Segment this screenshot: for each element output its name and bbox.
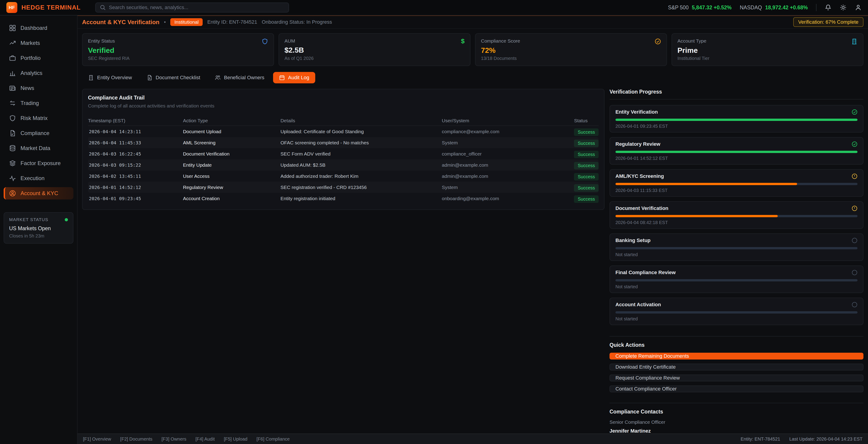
request-compliance-review-button[interactable]: Request Compliance Review [610, 375, 863, 381]
cell-details: SEC registration verified - CRD #123456 [280, 185, 442, 190]
ticker-nasdaq: NASDAQ 18,972.42 +0.68% [740, 5, 808, 11]
cell-user: System [442, 185, 574, 190]
status-badge: Success [574, 173, 598, 180]
stat-value: 72% [481, 47, 661, 54]
progress-timestamp: 2026-04-01 09:23:45 EST [615, 124, 858, 129]
page-header: Account & KYC Verification • Institution… [78, 16, 868, 29]
fkey-owners[interactable]: [F3] Owners [162, 437, 186, 442]
app-logo: HF [6, 2, 17, 13]
sidebar-item-risk-matrix[interactable]: Risk Matrix [4, 112, 73, 124]
cell-action: Document Verification [183, 151, 281, 157]
sidebar-item-account-kyc[interactable]: Account & KYC [4, 187, 73, 200]
sidebar-item-label: Market Data [21, 145, 51, 151]
sidebar-item-factor-exposure[interactable]: Factor Exposure [4, 157, 73, 169]
sidebar-item-label: Analytics [21, 70, 42, 76]
entity-id-text: Entity ID: ENT-784521 [207, 19, 257, 25]
compliance-doc-icon [9, 130, 16, 137]
tab-label: Beneficial Owners [224, 75, 264, 80]
tab-audit-log[interactable]: Audit Log [273, 72, 315, 83]
fkey-overview[interactable]: [F1] Overview [83, 437, 111, 442]
risk-shield-icon [9, 115, 16, 122]
status-badge: Success [574, 195, 598, 203]
progress-timestamp: 2026-04-04 08:42:18 EST [615, 220, 858, 225]
cell-timestamp: 2026-04-03 09:15:22 [88, 162, 183, 168]
sidebar-item-execution[interactable]: Execution [4, 172, 73, 184]
stat-entity-status: Entity Status Verified SEC Registered RI… [82, 33, 274, 66]
sidebar-item-compliance[interactable]: Compliance [4, 127, 73, 139]
global-search[interactable] [95, 2, 289, 12]
tab-document-checklist[interactable]: Document Checklist [141, 72, 206, 83]
sidebar-item-portfolio[interactable]: Portfolio [4, 52, 73, 64]
cell-user: System [442, 140, 574, 145]
sidebar-item-label: News [21, 85, 34, 91]
tab-bar: Entity Overview Document Checklist Benef… [82, 72, 863, 83]
quick-actions-title: Quick Actions [610, 342, 863, 348]
cell-details: OFAC screening completed - No matches [280, 140, 442, 145]
cell-details: Updated AUM: $2.5B [280, 162, 442, 168]
progress-name: Entity Verification [615, 109, 658, 115]
sidebar-item-news[interactable]: News [4, 82, 73, 94]
tab-beneficial-owners[interactable]: Beneficial Owners [209, 72, 270, 83]
cell-timestamp: 2026-04-04 11:45:33 [88, 140, 183, 145]
ticker-value: 18,972.42 +0.68% [765, 5, 808, 11]
contact-compliance-officer-button[interactable]: Contact Compliance Officer [610, 385, 863, 392]
cell-details: Uploaded: Certificate of Good Standing [280, 129, 442, 134]
alert-circle-icon [851, 205, 858, 211]
tab-entity-overview[interactable]: Entity Overview [82, 72, 138, 83]
sidebar: Dashboard Markets Portfolio Analytics Ne… [0, 15, 78, 444]
fkey-audit[interactable]: [F4] Audit [195, 437, 215, 442]
progress-timestamp: Not started [615, 284, 858, 289]
search-input[interactable] [109, 5, 284, 10]
sidebar-item-analytics[interactable]: Analytics [4, 67, 73, 79]
market-status-title: MARKET STATUS [9, 217, 48, 222]
status-badge: Success [574, 140, 598, 147]
status-badge: Success [574, 128, 598, 136]
fkey-upload[interactable]: [F5] Upload [224, 437, 247, 442]
sidebar-item-markets[interactable]: Markets [4, 37, 73, 49]
search-icon [100, 5, 106, 10]
cell-timestamp: 2026-04-04 14:23:11 [88, 129, 183, 134]
building-icon [88, 75, 94, 80]
download-entity-certificate-button[interactable]: Download Entity Certificate [610, 364, 863, 371]
market-status-detail: Closes in 5h 23m [9, 233, 68, 239]
sidebar-item-label: Portfolio [21, 55, 40, 61]
audit-subtitle: Complete log of all account activities a… [88, 103, 598, 109]
table-row: 2026-04-02 13:45:11 User Access Added au… [88, 171, 598, 182]
progress-bar [615, 279, 858, 281]
cell-timestamp: 2026-04-02 13:45:11 [88, 173, 183, 179]
circle-icon [851, 237, 858, 243]
fkey-documents[interactable]: [F2] Documents [120, 437, 152, 442]
status-badge: Success [574, 162, 598, 169]
fkey-compliance[interactable]: [F6] Compliance [256, 437, 290, 442]
sidebar-item-dashboard[interactable]: Dashboard [4, 22, 73, 34]
sidebar-item-trading[interactable]: Trading [4, 97, 73, 109]
cell-user: admin@example.com [442, 173, 574, 179]
progress-account-activation: Account Activation Not started [610, 298, 863, 325]
analytics-icon [9, 70, 16, 76]
progress-bar [615, 183, 858, 185]
progress-name: Account Activation [615, 302, 661, 308]
bell-icon[interactable] [825, 4, 832, 11]
account-user-icon [9, 190, 16, 197]
progress-name: Final Compliance Review [615, 270, 676, 275]
ticker-label: S&P 500 [668, 5, 689, 11]
cell-action: Document Upload [183, 129, 281, 134]
user-icon[interactable] [855, 4, 862, 11]
compliance-contacts-title: Compliance Contacts [610, 409, 863, 415]
stat-value: Verified [88, 47, 268, 54]
cell-timestamp: 2026-04-01 09:23:45 [88, 196, 183, 201]
progress-bar [615, 247, 858, 249]
sidebar-item-label: Account & KYC [21, 190, 58, 197]
sidebar-item-market-data[interactable]: Market Data [4, 142, 73, 155]
cell-user: compliance@example.com [442, 129, 574, 134]
cell-details: Entity registration initiated [280, 196, 442, 201]
market-open-dot [65, 218, 68, 221]
complete-remaining-documents-button[interactable]: Complete Remaining Documents [610, 353, 863, 360]
stat-compliance-score: Compliance Score 72% 13/18 Documents [475, 33, 667, 66]
status-badge: Success [574, 151, 598, 158]
tab-label: Entity Overview [97, 75, 132, 80]
progress-bar [615, 151, 858, 153]
gear-icon[interactable] [840, 4, 846, 11]
contact-name: Jennifer Martinez [610, 428, 863, 434]
alert-circle-icon [851, 173, 858, 179]
